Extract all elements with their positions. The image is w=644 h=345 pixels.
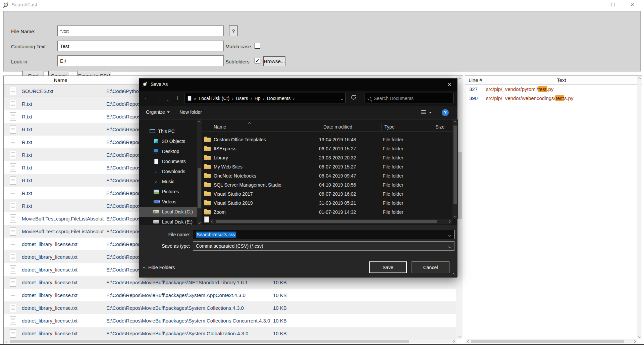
view-dropdown-icon[interactable] bbox=[429, 112, 432, 113]
match-case-checkbox[interactable] bbox=[255, 43, 260, 49]
nav-item[interactable]: Desktop bbox=[139, 146, 197, 156]
line-column-header[interactable]: Line # bbox=[465, 76, 486, 84]
folders-size-header[interactable]: Size bbox=[435, 124, 444, 130]
new-folder-button[interactable]: New folder bbox=[179, 109, 202, 115]
help-button[interactable]: ? bbox=[229, 26, 238, 36]
resize-grip[interactable] bbox=[453, 273, 456, 276]
file-icon bbox=[10, 189, 16, 197]
nav-item[interactable]: Local Disk (C:) bbox=[139, 207, 197, 217]
breadcrumb-item[interactable]: Users › bbox=[234, 95, 253, 101]
search-input[interactable] bbox=[374, 96, 441, 101]
containing-text-input[interactable] bbox=[57, 41, 224, 51]
close-button[interactable]: × bbox=[625, 0, 640, 9]
folder-row[interactable]: IISExpress 06-07-2019 15:27 File folder bbox=[202, 144, 452, 153]
scroll-down-icon[interactable] bbox=[452, 214, 458, 218]
minimize-button[interactable] bbox=[586, 0, 601, 9]
dialog-save-button[interactable]: Save bbox=[369, 261, 407, 273]
folder-row[interactable]: Zoom 01-07-2019 14:32 File folder bbox=[202, 207, 452, 216]
browse-button[interactable]: Browse... bbox=[263, 56, 285, 66]
table-row[interactable]: dotnet_library_license.txt E:\Code\Repos… bbox=[4, 289, 456, 301]
breadcrumb-prefix: « bbox=[193, 95, 197, 101]
up-icon[interactable]: ↑ bbox=[176, 95, 179, 101]
organize-button[interactable]: Organize bbox=[146, 109, 170, 115]
results-vscroll-thumb[interactable] bbox=[458, 152, 462, 219]
breadcrumb-item[interactable]: Documents › bbox=[266, 95, 296, 101]
nav-item[interactable]: This PC bbox=[139, 126, 197, 136]
nav-item[interactable]: Videos bbox=[139, 197, 197, 207]
scroll-left-icon[interactable] bbox=[466, 339, 471, 344]
chevron-down-icon[interactable] bbox=[449, 232, 451, 237]
folder-row[interactable]: Visual Studio 2017 06-07-2019 16:02 File… bbox=[202, 189, 452, 198]
dialog-help-icon[interactable]: ? bbox=[442, 109, 449, 116]
match-row[interactable]: 327 src/pip/_vendor/pytoml/test.py bbox=[465, 85, 637, 94]
table-row[interactable]: dotnet_library_license.txt E:\Code\Repos… bbox=[4, 314, 456, 327]
table-row[interactable]: dotnet_library_license.txt E:\Code\Repos… bbox=[4, 301, 456, 314]
file-name-input[interactable] bbox=[57, 26, 224, 36]
name-column-header[interactable]: Name bbox=[18, 76, 103, 84]
folder-row[interactable]: Visual Studio 2019 31-03-2019 05:21 File… bbox=[202, 198, 452, 207]
match-row[interactable]: 390 src/pip/_vendor/webencodings/tests.p… bbox=[465, 94, 637, 103]
breadcrumb-item[interactable]: Local Disk (C:) › bbox=[197, 95, 234, 101]
scroll-up-icon[interactable] bbox=[457, 77, 463, 82]
look-in-label: Look in: bbox=[11, 59, 29, 64]
scroll-up-icon[interactable] bbox=[637, 77, 642, 81]
nav-item[interactable]: Pictures bbox=[139, 187, 197, 197]
folder-row[interactable]: Custom Office Templates 13-04-2019 16:48… bbox=[202, 135, 452, 144]
dialog-file-name-input[interactable]: SearchResults.csv bbox=[193, 230, 454, 239]
scroll-right-icon[interactable] bbox=[447, 219, 451, 224]
address-dropdown-icon[interactable] bbox=[341, 96, 343, 101]
results-hscrollbar[interactable] bbox=[4, 339, 457, 343]
matches-hscroll-thumb[interactable] bbox=[471, 340, 624, 343]
dialog-cancel-button[interactable]: Cancel bbox=[412, 261, 449, 273]
search-box[interactable] bbox=[365, 93, 453, 103]
folder-row[interactable]: OneNote Notebooks 06-04-2019 09:47 File … bbox=[202, 171, 452, 180]
scroll-right-icon[interactable] bbox=[451, 339, 456, 344]
subfolders-checkbox[interactable]: ✓ bbox=[255, 58, 260, 63]
scroll-down-icon[interactable] bbox=[197, 220, 202, 225]
results-hscroll-thumb[interactable] bbox=[10, 340, 409, 343]
nav-item[interactable]: Documents bbox=[139, 156, 197, 166]
hide-folders-button[interactable]: Hide Folders bbox=[143, 265, 175, 270]
list-hscroll-thumb[interactable] bbox=[216, 220, 437, 223]
scroll-up-icon[interactable] bbox=[197, 120, 202, 124]
forward-icon[interactable]: → bbox=[156, 95, 162, 101]
folders-date-header[interactable]: Date modified bbox=[323, 124, 352, 130]
folders-type-header[interactable]: Type bbox=[384, 124, 394, 130]
result-name: R.txt bbox=[22, 139, 106, 145]
breadcrumb[interactable]: « Local Disk (C:) › Users › Hp › Documen… bbox=[184, 93, 345, 103]
nav-vscroll-thumb[interactable] bbox=[198, 168, 201, 208]
look-in-input[interactable] bbox=[57, 55, 224, 66]
view-mode-icon[interactable] bbox=[421, 110, 426, 115]
save-type-combo[interactable]: Comma separated (CSV) (*.csv) bbox=[193, 241, 454, 251]
folders-name-header[interactable]: Name bbox=[214, 124, 226, 130]
nav-item[interactable]: 3D Objects bbox=[139, 136, 197, 146]
text-column-header[interactable]: Text bbox=[486, 76, 637, 84]
list-vscrollbar[interactable] bbox=[452, 119, 458, 219]
folder-row[interactable]: Library 29-03-2020 20:32 File folder bbox=[202, 153, 452, 162]
folder-row[interactable]: SQL Server Management Studio 04-10-2019 … bbox=[202, 180, 452, 189]
nav-vscrollbar[interactable] bbox=[197, 119, 202, 225]
matches-vscrollbar[interactable] bbox=[637, 76, 641, 339]
scroll-left-icon[interactable] bbox=[5, 339, 9, 344]
scroll-down-icon[interactable] bbox=[457, 334, 463, 339]
restore-button[interactable] bbox=[605, 0, 621, 9]
chevron-down-icon[interactable] bbox=[449, 243, 451, 249]
breadcrumb-item[interactable]: Hp › bbox=[253, 95, 266, 101]
result-name: dotnet_library_license.txt bbox=[22, 292, 106, 298]
back-icon[interactable]: ← bbox=[144, 95, 150, 101]
history-chevron-icon[interactable] bbox=[167, 96, 169, 103]
refresh-icon[interactable] bbox=[351, 94, 357, 100]
nav-item[interactable]: Music bbox=[139, 177, 197, 187]
scroll-up-icon[interactable] bbox=[452, 120, 458, 124]
list-hscrollbar[interactable] bbox=[210, 219, 452, 224]
folder-row[interactable]: My Web Sites 06-07-2019 15:27 File folde… bbox=[202, 162, 452, 171]
scroll-down-icon[interactable] bbox=[637, 335, 642, 339]
matches-hscrollbar[interactable] bbox=[466, 339, 637, 343]
scroll-left-icon[interactable] bbox=[210, 219, 214, 224]
scroll-right-icon[interactable] bbox=[632, 339, 637, 344]
dialog-close-button[interactable]: × bbox=[444, 80, 455, 89]
nav-item[interactable]: Downloads bbox=[139, 166, 197, 177]
table-row[interactable]: dotnet_library_license.txt E:\Code\Repos… bbox=[4, 327, 456, 340]
list-vscroll-thumb[interactable] bbox=[453, 126, 457, 204]
table-row[interactable]: dotnet_library_license.txt E:\Code\Repos… bbox=[4, 276, 456, 289]
